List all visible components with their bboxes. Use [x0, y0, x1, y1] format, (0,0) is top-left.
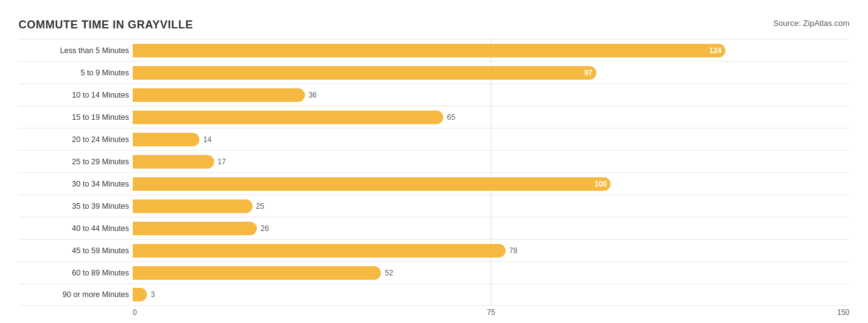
table-row: 15 to 19 Minutes65 [19, 106, 849, 128]
bar-value-inside: 100 [595, 180, 607, 188]
bar-value-outside: 3 [151, 290, 155, 299]
bar-area: 78 [133, 240, 849, 261]
table-row: 20 to 24 Minutes14 [19, 128, 849, 150]
table-row: 35 to 39 Minutes25 [19, 195, 849, 217]
row-label: 35 to 39 Minutes [19, 202, 133, 211]
bar-track: 100 [133, 177, 849, 191]
bar-track: 52 [133, 266, 849, 280]
row-label: 90 or more Minutes [19, 290, 133, 299]
x-axis-label: 0 [133, 308, 372, 317]
bar [133, 244, 506, 258]
bar-value-inside: 97 [584, 69, 592, 77]
bar-area: 14 [133, 128, 849, 150]
bar [133, 288, 147, 301]
bar-track: 17 [133, 155, 849, 169]
bar-track: 78 [133, 244, 849, 258]
bar: 124 [133, 44, 725, 57]
row-label: 20 to 24 Minutes [19, 135, 133, 144]
chart-header: COMMUTE TIME IN GRAYVILLE Source: ZipAtl… [19, 19, 849, 31]
bar [133, 199, 252, 213]
bar [133, 222, 257, 235]
row-label: 40 to 44 Minutes [19, 224, 133, 233]
bar-area: 100 [133, 173, 849, 195]
bar-value-outside: 14 [203, 135, 211, 144]
bar-track: 36 [133, 88, 849, 102]
bar-area: 65 [133, 106, 849, 128]
table-row: 30 to 34 Minutes100 [19, 172, 849, 195]
bar-area: 124 [133, 40, 849, 61]
bar [133, 155, 214, 169]
bar-area: 17 [133, 151, 849, 172]
bar-value-outside: 17 [218, 157, 226, 166]
bar-area: 97 [133, 62, 849, 83]
bar-track: 25 [133, 199, 849, 213]
bar-value-outside: 36 [309, 91, 317, 99]
chart-container: COMMUTE TIME IN GRAYVILLE Source: ZipAtl… [12, 12, 856, 323]
bar-value-outside: 26 [261, 224, 269, 233]
bar-area: 25 [133, 195, 849, 217]
bar-area: 3 [133, 284, 849, 305]
table-row: 10 to 14 Minutes36 [19, 83, 849, 106]
bar-track: 97 [133, 66, 849, 80]
table-row: 40 to 44 Minutes26 [19, 217, 849, 239]
bar-area: 26 [133, 217, 849, 239]
bar-track: 3 [133, 288, 849, 301]
bar: 100 [133, 177, 611, 191]
table-row: 45 to 59 Minutes78 [19, 239, 849, 261]
bar-value-outside: 65 [447, 113, 455, 122]
chart-source: Source: ZipAtlas.com [773, 19, 849, 28]
x-axis-label: 75 [372, 308, 611, 317]
bar [133, 133, 199, 146]
row-label: 30 to 34 Minutes [19, 180, 133, 188]
table-row: 25 to 29 Minutes17 [19, 150, 849, 172]
table-row: Less than 5 Minutes124 [19, 39, 849, 61]
x-axis: 075150 [19, 308, 849, 317]
bar-track: 124 [133, 44, 849, 57]
bar-value-outside: 78 [509, 246, 517, 255]
table-row: 90 or more Minutes3 [19, 283, 849, 306]
bar-value-outside: 52 [385, 269, 393, 277]
row-label: 25 to 29 Minutes [19, 157, 133, 166]
row-label: 60 to 89 Minutes [19, 269, 133, 277]
row-label: 15 to 19 Minutes [19, 113, 133, 122]
row-label: 10 to 14 Minutes [19, 91, 133, 99]
table-row: 60 to 89 Minutes52 [19, 261, 849, 283]
bar: 97 [133, 66, 596, 80]
bar-area: 52 [133, 262, 849, 283]
row-label: 5 to 9 Minutes [19, 69, 133, 77]
x-axis-label: 150 [611, 308, 849, 317]
bar-track: 26 [133, 222, 849, 235]
chart-title: COMMUTE TIME IN GRAYVILLE [19, 19, 193, 31]
bar-track: 65 [133, 111, 849, 124]
bar-value-outside: 25 [256, 202, 264, 211]
chart-rows: Less than 5 Minutes1245 to 9 Minutes9710… [19, 39, 849, 306]
bar-area: 36 [133, 84, 849, 106]
table-row: 5 to 9 Minutes97 [19, 61, 849, 83]
bar-track: 14 [133, 133, 849, 146]
row-label: 45 to 59 Minutes [19, 246, 133, 255]
row-label: Less than 5 Minutes [19, 46, 133, 55]
bar-value-inside: 124 [709, 46, 722, 55]
bar [133, 88, 305, 102]
bar [133, 266, 381, 280]
bar [133, 111, 443, 124]
